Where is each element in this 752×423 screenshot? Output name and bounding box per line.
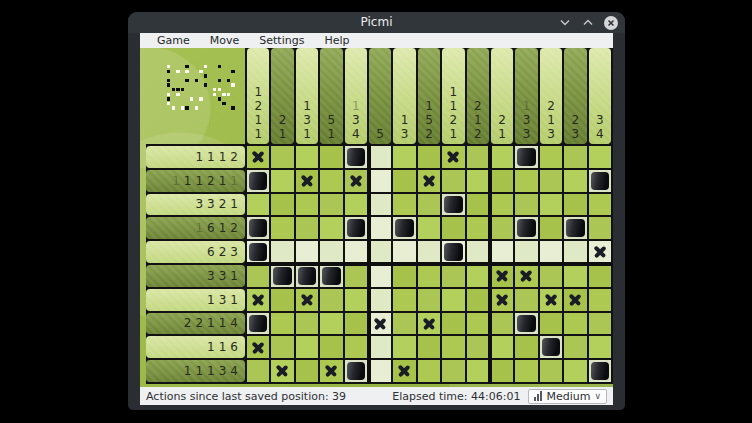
- grid-cell-r5-c14[interactable]: [564, 241, 586, 263]
- grid-cell-r2-c10[interactable]: [467, 170, 489, 192]
- grid-cell-r10-c8[interactable]: [418, 360, 440, 382]
- grid-cell-r8-c15[interactable]: [589, 313, 611, 335]
- grid-cell-r1-c8[interactable]: [418, 146, 440, 168]
- grid-cell-r7-c6[interactable]: [369, 289, 391, 311]
- grid-cell-crossed-r7-c3[interactable]: [296, 289, 318, 311]
- grid-cell-r10-c3[interactable]: [296, 360, 318, 382]
- grid-cell-crossed-r2-c8[interactable]: [418, 170, 440, 192]
- menu-item-game[interactable]: Game: [148, 33, 199, 48]
- grid-cell-r5-c2[interactable]: [271, 241, 293, 263]
- grid-cell-r3-c8[interactable]: [418, 194, 440, 216]
- grid-cell-r8-c13[interactable]: [540, 313, 562, 335]
- grid-cell-r1-c14[interactable]: [564, 146, 586, 168]
- grid-cell-r6-c8[interactable]: [418, 265, 440, 287]
- menu-item-settings[interactable]: Settings: [250, 33, 313, 48]
- grid-cell-r9-c9[interactable]: [442, 336, 464, 358]
- grid-cell-r8-c11[interactable]: [491, 313, 513, 335]
- grid-cell-r5-c13[interactable]: [540, 241, 562, 263]
- grid-cell-r5-c7[interactable]: [393, 241, 415, 263]
- grid-cell-r4-c13[interactable]: [540, 217, 562, 239]
- grid-cell-crossed-r10-c2[interactable]: [271, 360, 293, 382]
- grid-cell-r8-c2[interactable]: [271, 313, 293, 335]
- grid-cell-r2-c11[interactable]: [491, 170, 513, 192]
- grid-cell-r5-c1[interactable]: [247, 241, 269, 263]
- grid-cell-r8-c12[interactable]: [515, 313, 537, 335]
- grid-cell-r5-c5[interactable]: [345, 241, 367, 263]
- grid-cell-r9-c14[interactable]: [564, 336, 586, 358]
- grid-cell-r10-c1[interactable]: [247, 360, 269, 382]
- grid-cell-r6-c14[interactable]: [564, 265, 586, 287]
- grid-cell-r4-c3[interactable]: [296, 217, 318, 239]
- grid-cell-r10-c5[interactable]: [345, 360, 367, 382]
- grid-cell-r4-c10[interactable]: [467, 217, 489, 239]
- grid-cell-r6-c10[interactable]: [467, 265, 489, 287]
- grid-cell-r9-c2[interactable]: [271, 336, 293, 358]
- grid-cell-r4-c2[interactable]: [271, 217, 293, 239]
- difficulty-dropdown[interactable]: Medium ∨: [528, 389, 607, 404]
- maximize-button[interactable]: [581, 16, 595, 30]
- grid-cell-r4-c15[interactable]: [589, 217, 611, 239]
- grid-cell-r4-c1[interactable]: [247, 217, 269, 239]
- grid-cell-r9-c3[interactable]: [296, 336, 318, 358]
- grid-cell-r1-c15[interactable]: [589, 146, 611, 168]
- grid-cell-r1-c2[interactable]: [271, 146, 293, 168]
- grid-cell-r7-c9[interactable]: [442, 289, 464, 311]
- grid-cell-r6-c2[interactable]: [271, 265, 293, 287]
- grid-cell-r4-c7[interactable]: [393, 217, 415, 239]
- grid-cell-r1-c7[interactable]: [393, 146, 415, 168]
- grid-cell-r9-c13[interactable]: [540, 336, 562, 358]
- grid-cell-r9-c6[interactable]: [369, 336, 391, 358]
- grid-cell-crossed-r9-c1[interactable]: [247, 336, 269, 358]
- grid-cell-r2-c13[interactable]: [540, 170, 562, 192]
- grid-cell-r6-c1[interactable]: [247, 265, 269, 287]
- grid-cell-r4-c11[interactable]: [491, 217, 513, 239]
- grid-cell-r5-c11[interactable]: [491, 241, 513, 263]
- grid-cell-r1-c6[interactable]: [369, 146, 391, 168]
- grid-cell-crossed-r2-c5[interactable]: [345, 170, 367, 192]
- grid-cell-crossed-r8-c8[interactable]: [418, 313, 440, 335]
- grid-cell-r9-c11[interactable]: [491, 336, 513, 358]
- grid-cell-r1-c3[interactable]: [296, 146, 318, 168]
- grid-cell-r5-c9[interactable]: [442, 241, 464, 263]
- grid-cell-r3-c9[interactable]: [442, 194, 464, 216]
- menu-item-move[interactable]: Move: [201, 33, 249, 48]
- grid-cell-r7-c7[interactable]: [393, 289, 415, 311]
- grid-cell-r2-c14[interactable]: [564, 170, 586, 192]
- grid-cell-r6-c5[interactable]: [345, 265, 367, 287]
- grid-cell-r3-c1[interactable]: [247, 194, 269, 216]
- grid-cell-r4-c6[interactable]: [369, 217, 391, 239]
- grid-cell-r6-c13[interactable]: [540, 265, 562, 287]
- grid-cell-crossed-r7-c11[interactable]: [491, 289, 513, 311]
- grid-cell-r8-c3[interactable]: [296, 313, 318, 335]
- grid-cell-r3-c12[interactable]: [515, 194, 537, 216]
- grid-cell-r10-c10[interactable]: [467, 360, 489, 382]
- grid-cell-r2-c7[interactable]: [393, 170, 415, 192]
- grid-cell-r1-c13[interactable]: [540, 146, 562, 168]
- grid-cell-r3-c7[interactable]: [393, 194, 415, 216]
- grid-cell-r2-c12[interactable]: [515, 170, 537, 192]
- grid-cell-r5-c6[interactable]: [369, 241, 391, 263]
- grid-cell-r7-c5[interactable]: [345, 289, 367, 311]
- grid-cell-crossed-r10-c7[interactable]: [393, 360, 415, 382]
- grid-cell-r7-c10[interactable]: [467, 289, 489, 311]
- grid-cell-r7-c2[interactable]: [271, 289, 293, 311]
- grid-cell-r10-c13[interactable]: [540, 360, 562, 382]
- grid-cell-r3-c3[interactable]: [296, 194, 318, 216]
- grid-cell-r6-c15[interactable]: [589, 265, 611, 287]
- grid-cell-r8-c10[interactable]: [467, 313, 489, 335]
- grid-cell-r7-c4[interactable]: [320, 289, 342, 311]
- grid-cell-crossed-r6-c12[interactable]: [515, 265, 537, 287]
- grid-cell-crossed-r7-c13[interactable]: [540, 289, 562, 311]
- grid-cell-r4-c8[interactable]: [418, 217, 440, 239]
- grid-cell-r6-c7[interactable]: [393, 265, 415, 287]
- grid-cell-r8-c9[interactable]: [442, 313, 464, 335]
- grid-cell-r8-c1[interactable]: [247, 313, 269, 335]
- grid-cell-r9-c15[interactable]: [589, 336, 611, 358]
- grid-cell-r9-c7[interactable]: [393, 336, 415, 358]
- grid-cell-r9-c8[interactable]: [418, 336, 440, 358]
- grid-cell-r3-c4[interactable]: [320, 194, 342, 216]
- grid-cell-r1-c11[interactable]: [491, 146, 513, 168]
- grid-cell-r10-c15[interactable]: [589, 360, 611, 382]
- grid-cell-crossed-r6-c11[interactable]: [491, 265, 513, 287]
- grid-cell-r4-c5[interactable]: [345, 217, 367, 239]
